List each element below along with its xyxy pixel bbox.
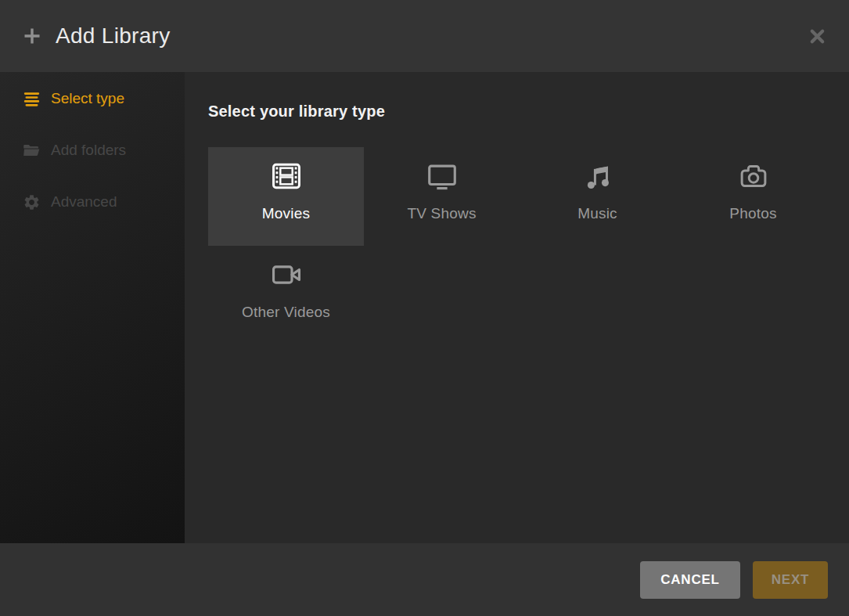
dialog-title: Add Library xyxy=(56,23,171,49)
film-icon xyxy=(270,159,303,193)
sidebar-item-advanced[interactable]: Advanced xyxy=(0,186,185,218)
close-button[interactable] xyxy=(805,24,829,49)
cancel-button[interactable]: CANCEL xyxy=(640,561,740,599)
tile-label: Other Videos xyxy=(242,304,330,321)
video-camera-icon xyxy=(270,258,303,292)
tile-label: Movies xyxy=(262,205,310,222)
folder-icon xyxy=(22,141,41,160)
sidebar-item-label: Add folders xyxy=(51,142,126,159)
sidebar: Select type Add folders Advanced xyxy=(0,72,185,543)
plus-icon xyxy=(22,26,42,46)
library-type-tv-shows[interactable]: TV Shows xyxy=(364,147,520,246)
tile-label: TV Shows xyxy=(407,205,476,222)
camera-icon xyxy=(737,159,770,193)
dialog-header: Add Library xyxy=(0,0,849,72)
library-type-other-videos[interactable]: Other Videos xyxy=(208,246,364,344)
close-icon xyxy=(808,27,826,45)
list-icon xyxy=(22,90,41,108)
main-content: Select your library type xyxy=(185,72,849,543)
tv-icon xyxy=(426,159,459,193)
next-button[interactable]: NEXT xyxy=(753,561,828,599)
library-type-movies[interactable]: Movies xyxy=(208,147,364,246)
sidebar-item-select-type[interactable]: Select type xyxy=(0,83,185,114)
sidebar-item-add-folders[interactable]: Add folders xyxy=(0,135,185,166)
music-note-icon xyxy=(581,159,614,193)
library-type-grid: Movies TV Shows xyxy=(208,147,832,344)
dialog-footer: CANCEL NEXT xyxy=(0,543,849,616)
tile-label: Photos xyxy=(729,205,776,222)
tile-label: Music xyxy=(577,205,617,222)
gear-icon xyxy=(22,193,41,211)
dialog-body: Select type Add folders Advanced xyxy=(0,72,849,543)
add-library-dialog: Add Library Select type Add folde xyxy=(0,0,849,616)
sidebar-item-label: Advanced xyxy=(51,193,117,211)
library-type-photos[interactable]: Photos xyxy=(675,147,831,246)
library-type-music[interactable]: Music xyxy=(520,147,675,246)
sidebar-item-label: Select type xyxy=(51,90,124,107)
content-heading: Select your library type xyxy=(208,103,849,121)
